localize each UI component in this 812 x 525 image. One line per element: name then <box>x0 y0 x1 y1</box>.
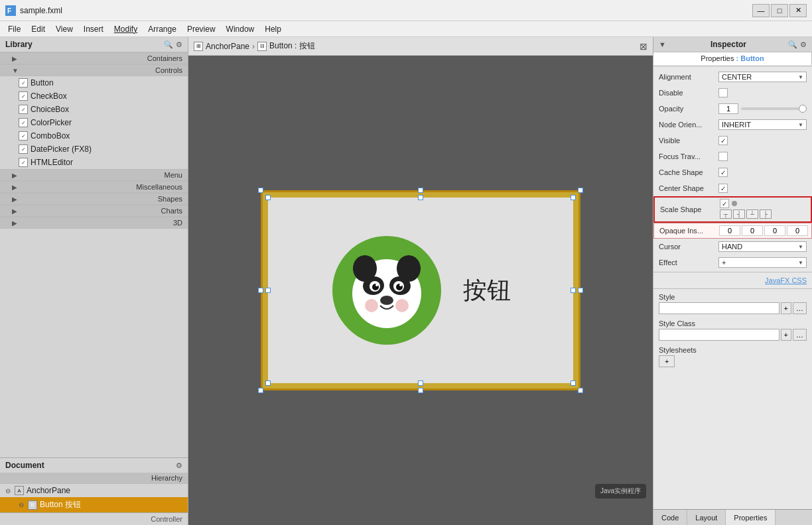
library-item-htmleditor[interactable]: ✓ HTMLEditor <box>0 156 188 169</box>
document-settings-icon[interactable]: ⚙ <box>176 461 182 470</box>
inner-handle-ml <box>265 288 271 293</box>
library-item-datepicker[interactable]: ✓ DatePicker (FX8) <box>0 143 188 156</box>
window-controls: — □ ✕ <box>752 4 807 17</box>
outer-handle-tl <box>258 188 263 193</box>
opaque-input-0[interactable] <box>719 225 740 236</box>
opaque-input-2[interactable] <box>764 225 785 236</box>
style-class-label: Style Class <box>659 320 807 327</box>
section-controls[interactable]: ▼ Controls <box>0 64 188 76</box>
svg-point-12 <box>375 284 378 286</box>
svg-point-16 <box>395 299 409 312</box>
tab-properties-bottom[interactable]: Properties <box>726 510 776 525</box>
center-shape-checkbox[interactable] <box>718 184 728 193</box>
opaque-input-3[interactable] <box>787 225 808 236</box>
section-charts[interactable]: ▶ Charts <box>0 205 188 217</box>
inspector-search-icon[interactable]: 🔍 <box>788 40 797 49</box>
tab-properties[interactable]: Properties : Button <box>653 52 812 66</box>
menu-edit[interactable]: Edit <box>26 23 50 35</box>
library-item-colorpicker[interactable]: ✓ ColorPicker <box>0 116 188 129</box>
outer-handle-mr <box>578 288 583 293</box>
inset-icon-left[interactable]: ├ <box>760 209 772 219</box>
tab-subtitle: : Button <box>736 54 764 62</box>
scale-shape-dot[interactable] <box>732 201 737 206</box>
maximize-button[interactable]: □ <box>771 4 788 17</box>
style-row: + … <box>659 302 807 314</box>
scale-shape-checkbox[interactable] <box>720 199 729 208</box>
library-item-combobox[interactable]: ✓ ComboBox <box>0 129 188 143</box>
opaque-input-1[interactable] <box>742 225 763 236</box>
visible-checkbox[interactable] <box>718 136 728 145</box>
menu-modify[interactable]: Modify <box>109 23 143 35</box>
menu-insert[interactable]: Insert <box>78 23 109 35</box>
minimize-button[interactable]: — <box>752 4 770 17</box>
opacity-value <box>718 103 807 114</box>
style-edit-btn[interactable]: … <box>793 302 807 314</box>
inset-icon-right[interactable]: ┤ <box>733 209 745 219</box>
tab-layout[interactable]: Layout <box>687 510 726 525</box>
effect-select[interactable]: + ▼ <box>718 257 807 268</box>
library-content: ▶ Containers ▼ Controls ✓ Button ✓ Check… <box>0 52 188 457</box>
disable-checkbox[interactable] <box>718 88 728 97</box>
document-section: Document ⚙ Hierarchy ⊖ A AnchorPane ⊖ B … <box>0 457 188 512</box>
button-expand-icon[interactable]: ⊖ <box>19 501 24 508</box>
choicebox-item-icon: ✓ <box>19 105 28 114</box>
inset-icon-top[interactable]: ┬ <box>720 209 732 219</box>
inspector-settings-icon[interactable]: ⚙ <box>800 40 807 49</box>
style-input[interactable] <box>659 302 779 314</box>
menu-arrange[interactable]: Arrange <box>143 23 182 35</box>
section-misc[interactable]: ▶ Miscellaneous <box>0 181 188 193</box>
opacity-slider[interactable] <box>741 107 807 110</box>
section-shapes[interactable]: ▶ Shapes <box>0 193 188 205</box>
focus-trav-checkbox[interactable] <box>718 152 728 161</box>
button-inner[interactable]: 按钮 <box>268 198 573 383</box>
button-item-icon: ✓ <box>19 78 28 88</box>
alignment-select[interactable]: CENTER ▼ <box>718 72 807 82</box>
alignment-label: Alignment <box>659 73 718 81</box>
section-3d[interactable]: ▶ 3D <box>0 217 188 229</box>
section-menu[interactable]: ▶ Menu <box>0 169 188 181</box>
datepicker-item-icon: ✓ <box>19 145 28 154</box>
menu-expand-icon: ▶ <box>12 172 17 179</box>
inspector-header: ▼ Inspector 🔍 ⚙ <box>653 37 812 52</box>
tab-layout-label: Layout <box>695 514 717 522</box>
menu-help[interactable]: Help <box>259 23 287 35</box>
inner-handle-br <box>571 380 576 386</box>
javafx-css-link[interactable]: JavaFX CSS <box>653 274 812 287</box>
style-class-input[interactable] <box>659 329 779 341</box>
menu-window[interactable]: Window <box>221 23 260 35</box>
cursor-select[interactable]: HAND ▼ <box>718 241 807 252</box>
main-layout: Library 🔍 ⚙ ▶ Containers ▼ Controls ✓ Bu… <box>0 37 812 525</box>
library-search-icon[interactable]: 🔍 <box>164 40 173 49</box>
htmleditor-item-label: HTMLEditor <box>31 158 73 167</box>
breadcrumb-anchorpane[interactable]: ⊞ AnchorPane <box>194 42 249 51</box>
style-class-add-btn[interactable]: + <box>781 329 791 341</box>
hierarchy-item-anchorpane[interactable]: ⊖ A AnchorPane <box>0 484 188 497</box>
breadcrumb-button[interactable]: ⊟ Button : 按钮 <box>257 40 315 52</box>
canvas-expand-icon[interactable]: ⊠ <box>640 41 647 52</box>
cache-shape-checkbox[interactable] <box>718 168 728 177</box>
inset-icon-bottom[interactable]: ┴ <box>746 209 758 219</box>
tab-code[interactable]: Code <box>653 510 687 525</box>
style-add-btn[interactable]: + <box>781 302 791 314</box>
close-button[interactable]: ✕ <box>789 4 807 17</box>
library-item-choicebox[interactable]: ✓ ChoiceBox <box>0 103 188 116</box>
menu-file[interactable]: File <box>3 23 26 35</box>
hierarchy-item-button[interactable]: ⊖ B Button 按钮 <box>0 497 188 512</box>
menu-view[interactable]: View <box>50 23 78 35</box>
canvas-content[interactable]: 按钮 <box>188 56 653 525</box>
right-panel: ▼ Inspector 🔍 ⚙ Properties : Button Alig… <box>653 37 812 525</box>
node-orient-select[interactable]: INHERIT ▼ <box>718 119 807 130</box>
opacity-input[interactable] <box>718 103 738 114</box>
alignment-select-value: CENTER <box>722 73 752 81</box>
prop-node-orient: Node Orien... INHERIT ▼ <box>653 117 812 133</box>
menu-preview[interactable]: Preview <box>182 23 221 35</box>
library-item-button[interactable]: ✓ Button <box>0 76 188 89</box>
style-class-edit-btn[interactable]: … <box>793 329 807 341</box>
library-settings-icon[interactable]: ⚙ <box>176 40 182 49</box>
stylesheets-add-btn[interactable]: + <box>659 355 675 367</box>
section-containers[interactable]: ▶ Containers <box>0 52 188 64</box>
anchorpane-expand-icon[interactable]: ⊖ <box>5 487 11 495</box>
tab-properties-label: Properties <box>701 54 734 62</box>
style-class-section: Style Class + … <box>653 317 812 343</box>
library-item-checkbox[interactable]: ✓ CheckBox <box>0 89 188 103</box>
